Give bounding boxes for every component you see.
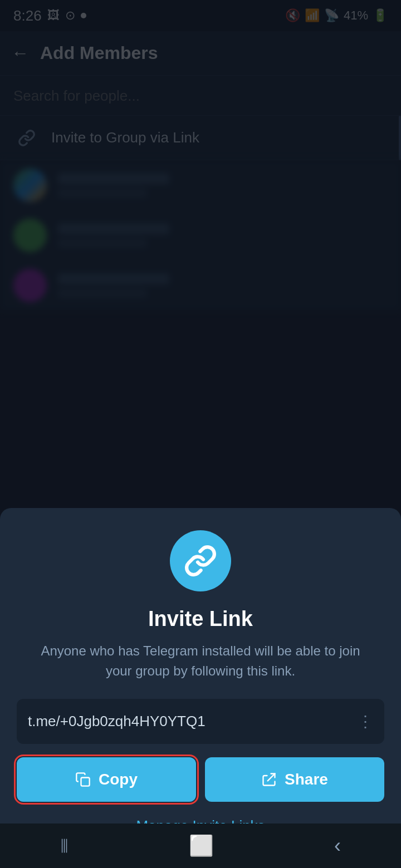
- copy-button[interactable]: Copy: [17, 757, 196, 802]
- invite-link-description: Anyone who has Telegram installed will b…: [17, 641, 384, 681]
- invite-link-icon-svg: [184, 544, 217, 578]
- link-box: t.me/+0Jgb0zqh4HY0YTQ1 ⋮: [17, 699, 384, 744]
- share-button[interactable]: Share: [205, 757, 384, 802]
- action-buttons-row: Copy Share: [17, 757, 384, 802]
- bottom-sheet: Invite Link Anyone who has Telegram inst…: [0, 508, 401, 868]
- copy-icon: [75, 772, 91, 787]
- invite-link-icon-circle: [170, 530, 231, 591]
- share-icon: [261, 772, 277, 787]
- nav-recent-apps-button[interactable]: ⦀: [60, 834, 69, 857]
- svg-rect-0: [81, 778, 90, 786]
- link-options-button[interactable]: ⋮: [352, 712, 373, 731]
- invite-link-title: Invite Link: [148, 607, 253, 631]
- nav-back-button[interactable]: ‹: [334, 834, 341, 857]
- modal-overlay: Invite Link Anyone who has Telegram inst…: [0, 0, 401, 868]
- copy-label: Copy: [99, 771, 138, 788]
- link-url-text: t.me/+0Jgb0zqh4HY0YTQ1: [28, 713, 352, 730]
- bottom-nav: ⦀ ⬜ ‹: [0, 823, 401, 868]
- share-label: Share: [285, 771, 328, 788]
- nav-home-button[interactable]: ⬜: [189, 834, 214, 857]
